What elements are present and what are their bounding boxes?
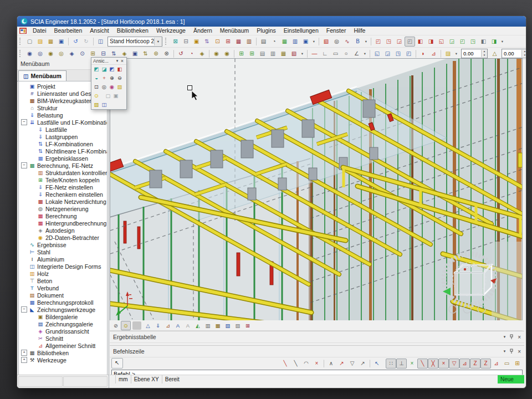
- tree-item[interactable]: ◈ Grundrissansicht: [19, 328, 107, 335]
- statistics-icon[interactable]: ∿: [342, 37, 352, 47]
- bird-icon[interactable]: ◗: [418, 49, 428, 59]
- cmd-line2-icon[interactable]: ╲: [290, 359, 301, 369]
- close-icon[interactable]: ×: [518, 349, 521, 355]
- pin-icon[interactable]: [509, 349, 514, 354]
- tree-item[interactable]: ⊢ Stahl: [19, 248, 107, 255]
- cmd-node-icon[interactable]: ∧: [326, 359, 336, 369]
- results-panel-header[interactable]: Ergebnisstabelle ▾ ×: [110, 331, 524, 343]
- axonometry-icon[interactable]: ◧: [116, 65, 124, 73]
- menu-item[interactable]: Plugins: [253, 27, 279, 35]
- scale-icon[interactable]: ◈: [197, 49, 207, 59]
- show-selection-icon[interactable]: ◎: [35, 49, 45, 59]
- project-selector[interactable]: Stand Horticoop 20 ▾: [108, 37, 162, 47]
- stamp-icon[interactable]: ▦: [278, 49, 289, 59]
- cursor-snap-icon[interactable]: ↖: [372, 359, 382, 369]
- folder-icon[interactable]: ▨: [443, 49, 453, 59]
- tree-item[interactable]: ⇅ LF-Kombinationen: [19, 140, 107, 147]
- menu-item[interactable]: Hilfe: [350, 27, 369, 35]
- menu-item[interactable]: Fenster: [323, 27, 350, 35]
- toolbar-separator[interactable]: [68, 38, 69, 45]
- zoom-out-icon[interactable]: ⊖: [116, 74, 124, 82]
- line-icon[interactable]: —: [309, 49, 320, 59]
- cmd-vertex-icon[interactable]: ↗: [336, 359, 347, 369]
- tree-item[interactable]: I Aluminium: [19, 255, 107, 263]
- menu-item[interactable]: Ändern: [190, 27, 216, 35]
- menu-item[interactable]: Ansicht: [86, 27, 112, 35]
- wireframe-icon[interactable]: ▢: [104, 92, 112, 100]
- chevron-down-icon[interactable]: ▾: [154, 38, 162, 45]
- tree-expander-icon[interactable]: −: [21, 306, 27, 313]
- activity-icon[interactable]: ◉: [45, 49, 56, 59]
- workspace-icon[interactable]: ◫: [95, 37, 106, 47]
- snap-ortho-icon[interactable]: ⊥: [396, 359, 407, 369]
- menu-item[interactable]: Einstellungen: [280, 27, 323, 35]
- storage-icon[interactable]: ⊟: [181, 37, 191, 47]
- local-axes-icon[interactable]: △: [143, 321, 153, 330]
- rect-icon[interactable]: ▭: [330, 49, 341, 59]
- view-preset-7-icon[interactable]: ◱: [436, 37, 447, 47]
- selection-mode-icon[interactable]: ⇅: [140, 49, 151, 59]
- snap-table-icon[interactable]: ⊞: [512, 359, 523, 369]
- tab-menubaum[interactable]: ◫ Menübaum: [18, 70, 66, 81]
- volumes-off-icon[interactable]: ⊘: [111, 321, 121, 330]
- pin-icon[interactable]: [509, 334, 514, 340]
- clip-box-icon[interactable]: ▨: [116, 83, 124, 91]
- toolbar-separator[interactable]: [416, 50, 416, 58]
- view-palette-titlebar[interactable]: Ansic... ▾ ×: [91, 58, 126, 65]
- render-mode-icon[interactable]: ▧: [223, 321, 233, 330]
- tree-item[interactable]: + ⚒ Werkzeuge: [19, 356, 107, 364]
- edit-caret-icon[interactable]: ▾: [299, 49, 305, 59]
- layer-filter-icon[interactable]: ⊙: [77, 49, 88, 59]
- member-system-icon[interactable]: ▥: [203, 321, 213, 330]
- engineering-report-icon[interactable]: ▦: [279, 37, 290, 47]
- tree-item[interactable]: ⇓ FE-Netz einstellen: [19, 183, 107, 191]
- link2-icon[interactable]: ◉: [222, 49, 232, 59]
- toolbar-separator[interactable]: [319, 38, 319, 45]
- toolbar-separator[interactable]: [209, 50, 209, 58]
- view-y-icon[interactable]: ◪: [100, 65, 108, 73]
- toolbar-separator[interactable]: [132, 321, 141, 330]
- teamwork-icon[interactable]: ⊠: [170, 37, 181, 47]
- brush-icon[interactable]: ▧: [289, 49, 299, 59]
- offset-y-stepper[interactable]: 0.00 ▲▼: [502, 49, 526, 58]
- menu-item[interactable]: Bibliotheken: [113, 27, 152, 35]
- sync-icon[interactable]: ▥: [244, 37, 254, 47]
- angle-icon[interactable]: ∠: [351, 49, 362, 59]
- tripod-icon[interactable]: △: [489, 49, 500, 59]
- close-icon[interactable]: ×: [518, 334, 521, 340]
- save-icon[interactable]: ▣: [56, 37, 66, 47]
- document-window-icon[interactable]: [19, 28, 27, 34]
- snap-intersection-icon[interactable]: ╳: [428, 359, 438, 369]
- mesh-icon[interactable]: ⊞: [223, 37, 233, 47]
- b1-icon[interactable]: B: [352, 37, 363, 47]
- save-all-icon[interactable]: ▦: [45, 37, 56, 47]
- status-plane[interactable]: Ebene XY: [131, 375, 162, 383]
- tree-item[interactable]: ▤ Zeichnungsgalerie: [19, 320, 107, 328]
- tree-item[interactable]: ⇅ Nichtlineare LF-Kombinatio: [19, 147, 107, 155]
- tree-expander-icon[interactable]: −: [21, 119, 27, 125]
- chevron-down-icon[interactable]: ▾: [504, 349, 506, 354]
- tree-item[interactable]: − ⇊ Lastfälle und LF-Kombination: [19, 119, 107, 126]
- tree-item[interactable]: − ▦ Berechnung, FE-Netz: [19, 162, 107, 169]
- snap-z2-icon[interactable]: Z: [480, 359, 491, 369]
- stepper-arrows-icon[interactable]: ▲▼: [481, 50, 487, 57]
- intersect-icon[interactable]: ⊛: [151, 49, 161, 59]
- tree-item[interactable]: ▦ Ergebnisklassen: [19, 155, 107, 162]
- tree-item[interactable]: ▦ Lokale Netzverdichtung: [19, 198, 107, 205]
- toolbar-separator[interactable]: [441, 50, 441, 58]
- render-icon[interactable]: ◒: [93, 74, 100, 82]
- window3-icon[interactable]: ◳: [393, 49, 403, 59]
- volumes-on-icon[interactable]: ⊙: [121, 321, 131, 330]
- toolbar-separator[interactable]: [93, 38, 94, 45]
- view-preset-2-icon[interactable]: ◳: [383, 37, 394, 47]
- tree-item[interactable]: ⇓ Rechenkern einstellen: [19, 191, 107, 198]
- shading-icon[interactable]: ▨: [233, 321, 243, 330]
- toolbar-separator[interactable]: [324, 360, 324, 367]
- rotate-icon[interactable]: ◔: [186, 49, 197, 59]
- tree-expander-icon[interactable]: −: [21, 162, 27, 168]
- supports-display-icon[interactable]: ⊿: [163, 321, 173, 330]
- b1-caret-icon[interactable]: ▾: [363, 37, 369, 47]
- tree-item[interactable]: ⊿ Allgemeiner Schnitt: [19, 342, 107, 349]
- menu-item[interactable]: Werkzeuge: [152, 27, 190, 35]
- toolbar-grip[interactable]: [165, 38, 168, 45]
